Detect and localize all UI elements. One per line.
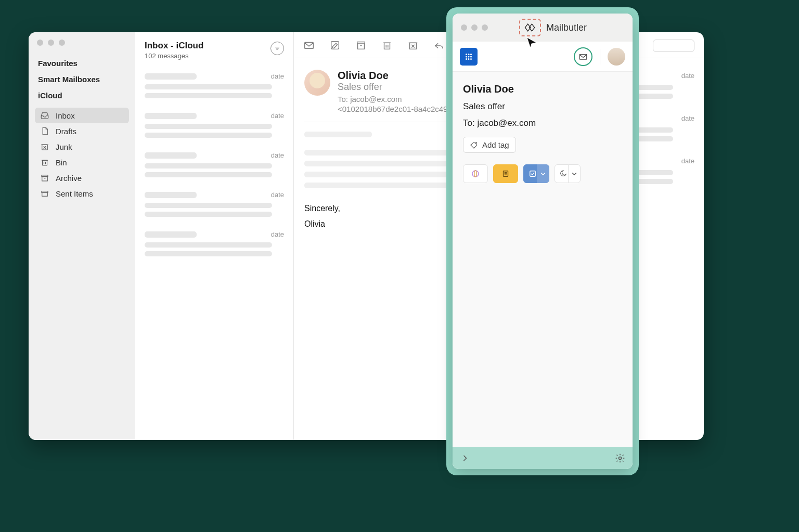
user-avatar[interactable]	[608, 48, 625, 66]
add-tag-label: Add tag	[482, 140, 509, 149]
folder-inbox[interactable]: Inbox	[35, 108, 129, 123]
svg-point-13	[468, 54, 470, 55]
filter-icon	[274, 45, 281, 52]
svg-point-12	[466, 54, 467, 55]
mailbutler-window: Mailbutler Olivia Doe S	[453, 14, 633, 469]
folder-label: Drafts	[56, 127, 76, 136]
message-list: Inbox - iCloud 102 messages date date da…	[135, 32, 294, 440]
mailbutler-logo-icon	[523, 22, 537, 33]
mailbutler-content: Olivia Doe Sales offer To: jacob@ex.com …	[453, 72, 633, 447]
svg-rect-5	[42, 193, 48, 197]
trash-icon	[40, 158, 49, 167]
svg-point-27	[619, 457, 622, 460]
search-field[interactable]	[653, 40, 694, 52]
svg-point-14	[470, 54, 472, 55]
svg-point-15	[466, 56, 467, 57]
contact-name: Olivia Doe	[463, 83, 622, 95]
preview-placeholder	[145, 93, 272, 98]
archive-icon[interactable]	[355, 40, 367, 51]
svg-point-16	[468, 56, 470, 57]
add-tag-button[interactable]: Add tag	[463, 137, 516, 153]
window-controls[interactable]	[35, 37, 129, 55]
mailbutler-titlebar[interactable]: Mailbutler	[453, 14, 633, 42]
folder-label: Archive	[56, 174, 82, 183]
list-title: Inbox - iCloud	[145, 41, 203, 51]
chevron-right-icon[interactable]	[460, 453, 470, 463]
min-dot[interactable]	[48, 40, 54, 46]
mailbutler-title: Mailbutler	[546, 22, 587, 33]
svg-point-20	[470, 58, 472, 60]
mailbutler-toolbar	[453, 42, 633, 72]
svg-rect-9	[358, 44, 365, 49]
reply-icon[interactable]	[433, 40, 445, 51]
email-to: To: jacob@ex.com	[463, 118, 622, 128]
svg-point-22	[475, 143, 476, 144]
tasks-dropdown[interactable]	[537, 164, 549, 183]
sender-placeholder	[145, 73, 197, 80]
compose-icon[interactable]	[329, 40, 341, 51]
folder-junk[interactable]: Junk	[35, 139, 129, 154]
chevron-down-icon	[538, 169, 548, 178]
folder-drafts[interactable]: Drafts	[35, 123, 129, 139]
junk-icon[interactable]	[407, 40, 419, 51]
svg-rect-1	[43, 160, 47, 165]
contacts-button[interactable]	[463, 164, 488, 183]
list-item[interactable]: date	[135, 105, 293, 144]
archive-icon	[40, 173, 49, 183]
svg-rect-10	[384, 43, 390, 49]
body-placeholder	[304, 132, 372, 137]
trash-icon[interactable]	[381, 40, 393, 51]
globe-icon	[471, 169, 480, 178]
folder-sent[interactable]: Sent Items	[35, 186, 129, 201]
check-icon	[528, 169, 537, 178]
svg-rect-6	[305, 42, 314, 48]
sender-avatar	[304, 70, 330, 96]
sidebar-section-favourites[interactable]: Favourites	[35, 55, 129, 71]
max-dot[interactable]	[59, 40, 65, 46]
cursor-icon	[524, 35, 539, 50]
filter-button[interactable]	[270, 42, 284, 55]
document-icon	[40, 126, 49, 136]
folder-archive[interactable]: Archive	[35, 170, 129, 186]
folder-label: Inbox	[56, 111, 75, 120]
chevron-down-icon	[570, 169, 579, 178]
list-item[interactable]: date	[135, 144, 293, 184]
close-dot[interactable]	[461, 24, 467, 31]
svg-point-23	[472, 171, 479, 177]
item-date: date	[271, 72, 284, 80]
sidebar: Favourites Smart Mailboxes iCloud Inbox …	[29, 32, 135, 440]
svg-rect-26	[530, 171, 536, 177]
max-dot[interactable]	[482, 24, 488, 31]
grid-icon	[464, 52, 473, 61]
svg-point-19	[468, 58, 470, 60]
sidebar-section-smart[interactable]: Smart Mailboxes	[35, 71, 129, 87]
list-subtitle: 102 messages	[145, 52, 203, 60]
list-item[interactable]: date	[135, 223, 293, 263]
gear-icon[interactable]	[615, 453, 625, 463]
svg-rect-21	[579, 54, 587, 59]
folder-bin[interactable]: Bin	[35, 154, 129, 170]
apps-grid-button[interactable]	[460, 48, 478, 66]
window-controls[interactable]	[461, 24, 488, 31]
note-icon	[501, 169, 510, 178]
sidebar-section-icloud[interactable]: iCloud	[35, 87, 129, 103]
envelope-icon[interactable]	[303, 40, 315, 51]
svg-point-18	[466, 58, 467, 60]
sent-icon	[40, 189, 49, 198]
svg-point-24	[474, 171, 477, 177]
mailbutler-footer	[453, 447, 633, 469]
close-dot[interactable]	[37, 40, 43, 46]
divider	[600, 49, 600, 64]
min-dot[interactable]	[471, 24, 478, 31]
list-item[interactable]: date	[135, 65, 293, 105]
mail-status-button[interactable]	[574, 47, 592, 66]
envelope-icon	[578, 52, 588, 61]
folder-list: Inbox Drafts Junk Bin Archive Sent Items	[35, 108, 129, 201]
mailbutler-logo-hotspot[interactable]	[519, 19, 541, 36]
list-item[interactable]: date	[135, 184, 293, 223]
subject-placeholder	[145, 84, 272, 89]
notes-button[interactable]	[493, 164, 518, 183]
snooze-dropdown[interactable]	[568, 164, 581, 183]
mailbutler-actions	[463, 164, 622, 183]
junk-icon	[40, 142, 49, 151]
